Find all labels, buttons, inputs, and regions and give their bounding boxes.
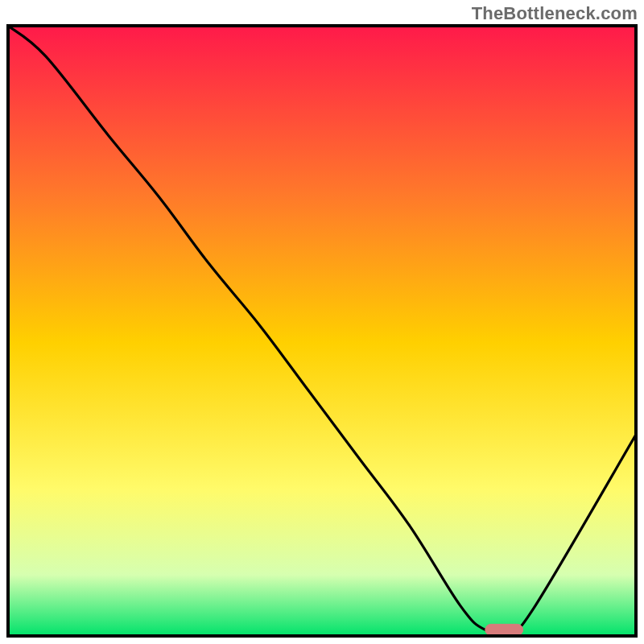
bottleneck-chart	[5, 23, 639, 639]
optimal-range-marker	[485, 624, 523, 635]
chart-background	[8, 26, 636, 636]
chart-container: TheBottleneck.com	[0, 0, 644, 644]
watermark-text: TheBottleneck.com	[472, 3, 638, 24]
